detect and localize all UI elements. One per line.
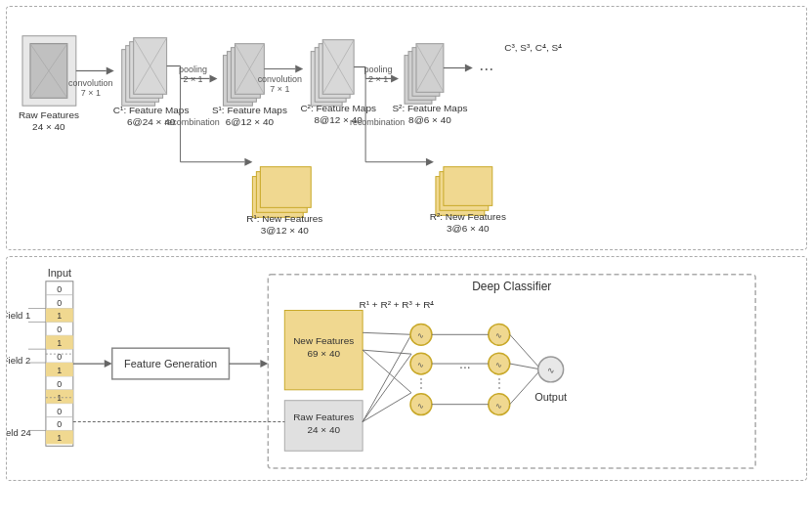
top-panel: Raw Features 24 × 40 convolution 7 × 1 C… <box>6 6 807 250</box>
svg-rect-47 <box>319 44 350 99</box>
svg-text:convolution: convolution <box>257 74 301 84</box>
svg-text:⋮: ⋮ <box>492 376 504 390</box>
svg-text:convolution: convolution <box>68 78 112 88</box>
svg-rect-101 <box>45 363 72 376</box>
svg-line-136 <box>363 332 411 334</box>
svg-line-157 <box>509 334 540 369</box>
svg-text:S²: Feature Maps: S²: Feature Maps <box>392 103 467 113</box>
svg-text:∿: ∿ <box>495 361 502 369</box>
svg-rect-12 <box>129 42 162 99</box>
svg-rect-38 <box>260 167 311 208</box>
svg-marker-7 <box>106 67 113 75</box>
svg-rect-46 <box>315 48 346 103</box>
svg-text:1: 1 <box>57 393 62 403</box>
svg-text:∿: ∿ <box>546 366 554 375</box>
svg-text:24 × 40: 24 × 40 <box>32 121 65 132</box>
svg-text:R¹ + R² + R³ + R⁴: R¹ + R² + R³ + R⁴ <box>359 299 434 310</box>
svg-text:0: 0 <box>57 407 62 416</box>
svg-text:Deep Classifier: Deep Classifier <box>472 280 551 293</box>
svg-rect-28 <box>223 56 252 107</box>
svg-marker-61 <box>425 158 433 166</box>
svg-text:∿: ∿ <box>417 331 424 340</box>
svg-text:6@12 × 40: 6@12 × 40 <box>225 116 274 127</box>
svg-marker-21 <box>209 74 217 82</box>
svg-text:Field 24: Field 24 <box>7 427 31 438</box>
svg-line-139 <box>363 334 411 421</box>
svg-text:C²: Feature Maps: C²: Feature Maps <box>300 103 376 113</box>
svg-marker-77 <box>464 65 472 72</box>
svg-text:pooling: pooling <box>179 65 207 74</box>
svg-rect-48 <box>322 40 354 95</box>
svg-line-35 <box>235 44 264 95</box>
svg-rect-65 <box>411 48 439 97</box>
svg-rect-30 <box>231 48 260 99</box>
svg-text:0: 0 <box>57 325 62 334</box>
svg-rect-126 <box>268 275 755 468</box>
svg-marker-125 <box>260 360 268 368</box>
svg-line-140 <box>363 354 411 421</box>
svg-text:6@24 × 40: 6@24 × 40 <box>127 116 176 127</box>
svg-text:Input: Input <box>47 267 70 279</box>
svg-text:R¹: New Features: R¹: New Features <box>246 213 322 224</box>
svg-text:C³, S³, C⁴, S⁴: C³, S³, C⁴, S⁴ <box>504 42 562 53</box>
svg-point-142 <box>409 324 431 345</box>
svg-text:recombination: recombination <box>349 117 404 127</box>
svg-line-69 <box>415 44 443 93</box>
svg-line-51 <box>322 40 354 95</box>
svg-line-16 <box>133 38 166 95</box>
svg-text:Raw Features: Raw Features <box>293 412 354 422</box>
svg-rect-36 <box>252 177 303 218</box>
svg-text:3@12 × 40: 3@12 × 40 <box>260 225 309 236</box>
svg-rect-64 <box>407 52 435 101</box>
svg-text:1: 1 <box>57 433 62 443</box>
svg-line-17 <box>133 38 166 95</box>
svg-rect-63 <box>405 56 432 105</box>
svg-text:0: 0 <box>57 284 62 294</box>
svg-line-34 <box>235 44 264 95</box>
svg-marker-121 <box>104 360 111 368</box>
svg-point-163 <box>537 357 563 382</box>
svg-text:0: 0 <box>57 298 62 308</box>
svg-line-52 <box>322 40 354 95</box>
svg-text:8@12 × 40: 8@12 × 40 <box>314 114 363 125</box>
svg-line-70 <box>415 44 443 93</box>
svg-rect-72 <box>439 172 488 211</box>
svg-rect-11 <box>125 46 158 103</box>
svg-rect-45 <box>311 52 342 107</box>
svg-text:7 × 1: 7 × 1 <box>80 88 100 98</box>
svg-text:···: ··· <box>459 359 471 374</box>
svg-rect-98 <box>45 335 72 349</box>
svg-rect-29 <box>227 52 256 103</box>
svg-line-137 <box>363 350 411 354</box>
svg-text:C¹: Feature Maps: C¹: Feature Maps <box>112 105 189 115</box>
svg-rect-132 <box>284 401 363 452</box>
svg-text:1: 1 <box>57 366 62 375</box>
svg-rect-129 <box>284 311 363 390</box>
svg-marker-42 <box>295 65 303 73</box>
svg-text:Output: Output <box>534 391 567 403</box>
svg-text:1: 1 <box>57 311 62 321</box>
svg-text:3@6 × 40: 3@6 × 40 <box>447 223 490 234</box>
svg-rect-122 <box>111 348 229 379</box>
svg-text:recombination: recombination <box>164 117 219 127</box>
svg-line-158 <box>509 364 540 369</box>
svg-line-2 <box>29 44 66 99</box>
svg-text:8@6 × 40: 8@6 × 40 <box>408 114 451 125</box>
svg-rect-13 <box>133 38 166 95</box>
svg-rect-81 <box>45 282 72 447</box>
bottom-panel: Input 0 0 1 0 1 0 <box>6 256 807 481</box>
svg-rect-104 <box>45 390 72 404</box>
svg-rect-108 <box>45 430 72 444</box>
svg-text:∿: ∿ <box>495 402 502 411</box>
svg-text:S¹: Feature Maps: S¹: Feature Maps <box>211 105 286 115</box>
svg-text:···: ··· <box>479 59 493 78</box>
svg-line-3 <box>29 44 66 99</box>
svg-text:⋮: ⋮ <box>414 376 426 390</box>
svg-text:Field 2: Field 2 <box>7 355 30 366</box>
svg-rect-73 <box>443 167 491 206</box>
svg-rect-37 <box>256 172 307 213</box>
svg-line-141 <box>363 393 411 422</box>
svg-text:1: 1 <box>57 338 62 348</box>
svg-text:Raw Features: Raw Features <box>18 109 78 120</box>
svg-marker-56 <box>391 74 399 82</box>
